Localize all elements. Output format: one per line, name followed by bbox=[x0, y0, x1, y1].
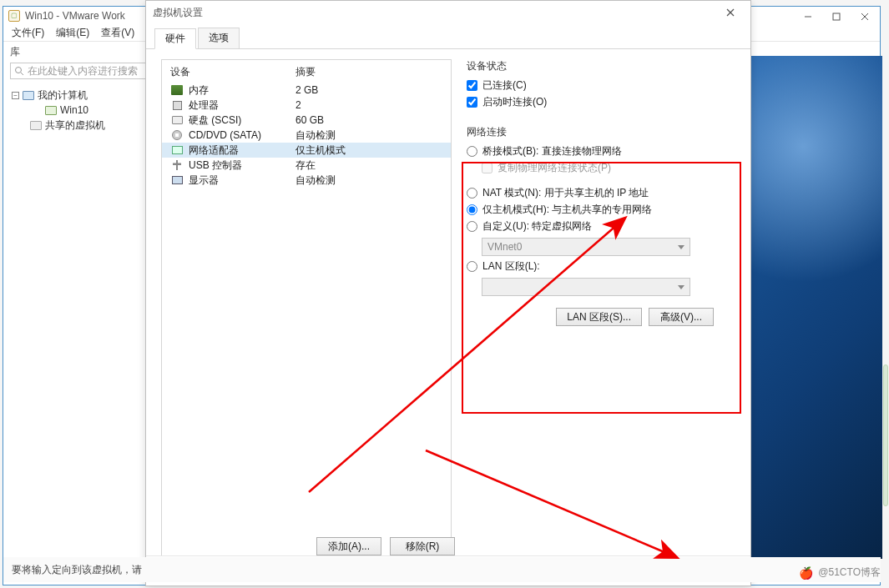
connected-checkbox-input[interactable] bbox=[467, 80, 477, 91]
menu-edit[interactable]: 编辑(E) bbox=[56, 26, 89, 40]
collapse-icon[interactable]: − bbox=[12, 92, 19, 99]
col-device: 设备 bbox=[170, 65, 295, 79]
hostonly-radio[interactable]: 仅主机模式(H): 与主机共享的专用网络 bbox=[467, 201, 732, 218]
guest-desktop-preview bbox=[750, 56, 882, 559]
lan-segments-button[interactable]: LAN 区段(S)... bbox=[556, 308, 642, 326]
svg-line-1 bbox=[21, 73, 23, 75]
hw-row-net[interactable]: 网络适配器仅主机模式 bbox=[162, 143, 451, 158]
hw-name: 内存 bbox=[189, 83, 209, 98]
replicate-label: 复制物理网络连接状态(P) bbox=[498, 161, 611, 175]
nat-radio[interactable]: NAT 模式(N): 用于共享主机的 IP 地址 bbox=[467, 184, 732, 201]
tree-shared-label: 共享的虚拟机 bbox=[45, 118, 105, 133]
dialog-title: 虚拟机设置 bbox=[153, 6, 203, 20]
cpu-icon bbox=[170, 99, 184, 111]
lan-segment-radio-input[interactable] bbox=[467, 261, 477, 272]
hardware-list-header: 设备 摘要 bbox=[162, 65, 451, 83]
add-hardware-button[interactable]: 添加(A)... bbox=[316, 537, 381, 555]
computer-icon bbox=[23, 91, 34, 100]
hw-row-disk[interactable]: 硬盘 (SCSI)60 GB bbox=[162, 113, 451, 128]
app-icon: ▢ bbox=[8, 10, 20, 22]
lan-segment-radio[interactable]: LAN 区段(L): bbox=[467, 258, 732, 274]
lan-segment-label: LAN 区段(L): bbox=[482, 259, 540, 274]
nat-radio-input[interactable] bbox=[467, 188, 477, 199]
watermark-text: @51CTO博客 bbox=[818, 565, 881, 580]
svg-point-0 bbox=[16, 68, 22, 73]
search-placeholder: 在此处键入内容进行搜索 bbox=[28, 64, 138, 78]
hw-name: 网络适配器 bbox=[189, 143, 239, 158]
hw-summary: 自动检测 bbox=[295, 173, 442, 188]
nat-label: NAT 模式(N): 用于共享主机的 IP 地址 bbox=[482, 186, 649, 200]
chevron-down-icon bbox=[678, 245, 684, 249]
hw-name: 处理器 bbox=[189, 98, 219, 113]
menu-file[interactable]: 文件(F) bbox=[12, 26, 44, 40]
status-hint: 要将输入定向到该虚拟机，请 bbox=[12, 563, 142, 577]
chevron-down-icon bbox=[678, 285, 684, 289]
replicate-checkbox-input bbox=[482, 163, 492, 173]
hw-name: CD/DVD (SATA) bbox=[189, 129, 261, 141]
hw-name: USB 控制器 bbox=[189, 158, 242, 173]
hw-row-cpu[interactable]: 处理器2 bbox=[162, 98, 451, 113]
tab-hardware[interactable]: 硬件 bbox=[154, 28, 196, 49]
vmnet-select: VMnet0 bbox=[482, 238, 690, 256]
hw-row-disp[interactable]: 显示器自动检测 bbox=[162, 173, 451, 188]
net-icon bbox=[170, 144, 184, 156]
watermark: 🍎 @51CTO博客 bbox=[799, 565, 881, 580]
hw-name: 硬盘 (SCSI) bbox=[189, 113, 241, 128]
connected-label: 已连接(C) bbox=[482, 78, 527, 93]
connect-poweron-checkbox-input[interactable] bbox=[467, 97, 477, 108]
network-connection-title: 网络连接 bbox=[467, 125, 732, 143]
hw-row-mem[interactable]: 内存2 GB bbox=[162, 83, 451, 98]
cd-icon bbox=[170, 129, 184, 141]
back-window-controls bbox=[794, 8, 879, 26]
custom-radio-input[interactable] bbox=[467, 221, 477, 232]
connect-poweron-label: 启动时连接(O) bbox=[482, 95, 547, 109]
menu-view[interactable]: 查看(V) bbox=[101, 26, 134, 40]
tab-options[interactable]: 选项 bbox=[198, 28, 240, 48]
tree-root-label: 我的计算机 bbox=[38, 88, 88, 103]
search-icon bbox=[14, 66, 24, 76]
tree-vm-label: Win10 bbox=[60, 104, 88, 116]
bridged-radio[interactable]: 桥接模式(B): 直接连接物理网络 bbox=[467, 143, 732, 159]
dialog-close-button[interactable] bbox=[717, 4, 744, 21]
vm-icon bbox=[45, 106, 57, 115]
device-state-title: 设备状态 bbox=[467, 59, 732, 77]
bridged-radio-input[interactable] bbox=[467, 146, 477, 157]
hostonly-radio-input[interactable] bbox=[467, 204, 477, 215]
hw-summary: 自动检测 bbox=[295, 128, 442, 143]
lan-segment-select bbox=[482, 278, 690, 296]
hw-summary: 存在 bbox=[295, 158, 442, 173]
hw-row-cd[interactable]: CD/DVD (SATA)自动检测 bbox=[162, 128, 451, 143]
replicate-checkbox: 复制物理网络连接状态(P) bbox=[482, 159, 732, 176]
connected-checkbox[interactable]: 已连接(C) bbox=[467, 77, 732, 93]
bridged-label: 桥接模式(B): 直接连接物理网络 bbox=[482, 144, 622, 158]
vmnet-value: VMnet0 bbox=[487, 241, 522, 253]
hw-summary: 60 GB bbox=[295, 114, 442, 126]
disp-icon bbox=[170, 174, 184, 186]
hw-summary: 2 GB bbox=[295, 84, 442, 96]
mem-icon bbox=[170, 84, 184, 96]
settings-tabs: 硬件 选项 bbox=[146, 24, 750, 49]
vm-settings-dialog: 虚拟机设置 硬件 选项 设备 摘要 内存2 GB处理器2硬盘 (SCSI)60 … bbox=[145, 0, 751, 586]
custom-radio[interactable]: 自定义(U): 特定虚拟网络 bbox=[467, 218, 732, 234]
hostonly-label: 仅主机模式(H): 与主机共享的专用网络 bbox=[482, 203, 652, 217]
hw-summary: 仅主机模式 bbox=[295, 143, 442, 158]
hw-summary: 2 bbox=[295, 99, 442, 111]
apple-icon: 🍎 bbox=[799, 566, 813, 580]
shared-icon bbox=[30, 121, 42, 130]
hw-name: 显示器 bbox=[189, 173, 219, 188]
svg-rect-3 bbox=[833, 13, 840, 20]
usb-icon bbox=[170, 159, 184, 171]
hardware-list-panel: 设备 摘要 内存2 GB处理器2硬盘 (SCSI)60 GBCD/DVD (SA… bbox=[161, 59, 452, 565]
custom-label: 自定义(U): 特定虚拟网络 bbox=[482, 219, 592, 234]
hw-row-usb[interactable]: USB 控制器存在 bbox=[162, 158, 451, 173]
minimize-button[interactable] bbox=[794, 8, 822, 26]
col-summary: 摘要 bbox=[295, 65, 442, 79]
close-button[interactable] bbox=[851, 8, 879, 26]
disk-icon bbox=[170, 114, 184, 126]
remove-hardware-button[interactable]: 移除(R) bbox=[390, 537, 455, 555]
status-bar: 要将输入定向到该虚拟机，请 bbox=[3, 557, 881, 582]
connect-poweron-checkbox[interactable]: 启动时连接(O) bbox=[467, 93, 732, 110]
advanced-button[interactable]: 高级(V)... bbox=[649, 308, 714, 326]
maximize-button[interactable] bbox=[822, 8, 851, 26]
scrollbar[interactable] bbox=[883, 364, 888, 506]
